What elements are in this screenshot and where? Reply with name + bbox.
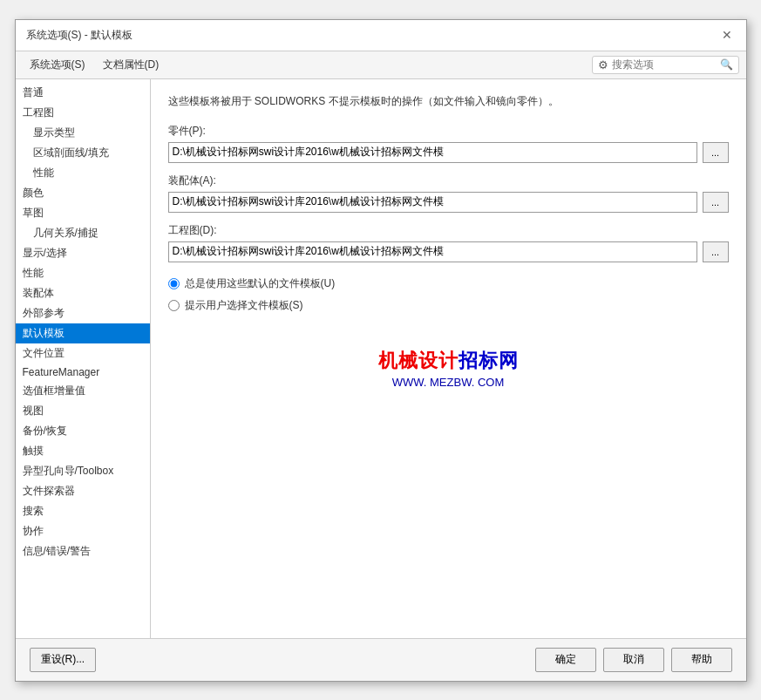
sidebar-item-选值框增量值[interactable]: 选值框增量值: [16, 381, 150, 401]
watermark-part2: 招标网: [459, 350, 519, 371]
radio-always-use-input[interactable]: [168, 278, 180, 289]
reset-button[interactable]: 重设(R)...: [30, 648, 97, 672]
cancel-button[interactable]: 取消: [603, 648, 664, 672]
close-button[interactable]: ✕: [718, 26, 736, 44]
sidebar-item-搜索[interactable]: 搜索: [16, 501, 150, 521]
sidebar-item-普通[interactable]: 普通: [16, 83, 150, 103]
assembly-label: 装配体(A):: [168, 173, 729, 188]
sidebar-item-文件位置[interactable]: 文件位置: [16, 343, 150, 364]
main-dialog: 系统选项(S) - 默认模板 ✕ 系统选项(S) 文档属性(D) ⚙ 🔍 普通工…: [15, 19, 747, 682]
radio-prompt-user[interactable]: 提示用户选择文件模板(S): [168, 298, 729, 313]
title-bar: 系统选项(S) - 默认模板 ✕: [16, 20, 746, 51]
dialog-title: 系统选项(S) - 默认模板: [26, 28, 133, 43]
assembly-field-row: D:\机械设计招标网swi设计库2016\w机械设计招标网文件模 ...: [168, 192, 729, 213]
sidebar-item-外部参考[interactable]: 外部参考: [16, 303, 150, 323]
drawing-field-row: D:\机械设计招标网swi设计库2016\w机械设计招标网文件模 ...: [168, 241, 729, 262]
sidebar-item-工程图[interactable]: 工程图: [16, 103, 150, 123]
part-field-group: 零件(P): D:\机械设计招标网swi设计库2016\w机械设计招标网文件模 …: [168, 124, 729, 163]
sidebar-item-性能[interactable]: 性能: [16, 163, 150, 183]
radio-prompt-user-input[interactable]: [168, 300, 180, 311]
search-icon: 🔍: [720, 58, 733, 71]
sidebar-item-性能[interactable]: 性能: [16, 263, 150, 283]
menu-system-options[interactable]: 系统选项(S): [23, 55, 92, 75]
drawing-browse-button[interactable]: ...: [703, 241, 729, 262]
radio-always-use-label: 总是使用这些默认的文件模板(U): [185, 276, 336, 291]
sidebar-item-显示类型[interactable]: 显示类型: [16, 123, 150, 143]
sidebar-item-FeatureManager[interactable]: FeatureManager: [16, 364, 150, 381]
part-label: 零件(P):: [168, 124, 729, 139]
ok-button[interactable]: 确定: [535, 648, 596, 672]
sidebar-item-触摸[interactable]: 触摸: [16, 441, 150, 461]
radio-group: 总是使用这些默认的文件模板(U) 提示用户选择文件模板(S): [168, 276, 729, 313]
main-panel: 这些模板将被用于 SOLIDWORKS 不提示模板时的操作（如文件输入和镜向零件…: [151, 79, 746, 638]
part-browse-button[interactable]: ...: [703, 142, 729, 163]
description: 这些模板将被用于 SOLIDWORKS 不提示模板时的操作（如文件输入和镜向零件…: [168, 93, 729, 110]
drawing-field-group: 工程图(D): D:\机械设计招标网swi设计库2016\w机械设计招标网文件模…: [168, 223, 729, 262]
part-input[interactable]: D:\机械设计招标网swi设计库2016\w机械设计招标网文件模: [168, 142, 697, 163]
sidebar-item-协作[interactable]: 协作: [16, 521, 150, 541]
gear-icon: ⚙: [598, 58, 608, 71]
footer-right: 确定 取消 帮助: [535, 648, 732, 672]
sidebar-item-异型孔向导/Toolbox[interactable]: 异型孔向导/Toolbox: [16, 461, 150, 481]
sidebar-item-文件探索器[interactable]: 文件探索器: [16, 481, 150, 501]
help-button[interactable]: 帮助: [671, 648, 732, 672]
assembly-browse-button[interactable]: ...: [703, 192, 729, 213]
sidebar-item-显示/选择[interactable]: 显示/选择: [16, 243, 150, 263]
watermark-part1: 机械设计: [378, 350, 459, 371]
part-field-row: D:\机械设计招标网swi设计库2016\w机械设计招标网文件模 ...: [168, 142, 729, 163]
sidebar-item-几何关系/捕捉[interactable]: 几何关系/捕捉: [16, 223, 150, 243]
menu-bar: 系统选项(S) 文档属性(D) ⚙ 🔍: [16, 51, 746, 79]
menu-doc-properties[interactable]: 文档属性(D): [96, 55, 166, 75]
sidebar: 普通工程图显示类型区域剖面线/填充性能颜色草图几何关系/捕捉显示/选择性能装配体…: [16, 79, 151, 638]
content-area: 普通工程图显示类型区域剖面线/填充性能颜色草图几何关系/捕捉显示/选择性能装配体…: [16, 79, 746, 638]
drawing-label: 工程图(D):: [168, 223, 729, 238]
footer: 重设(R)... 确定 取消 帮助: [16, 638, 746, 681]
sidebar-item-颜色[interactable]: 颜色: [16, 183, 150, 203]
search-input[interactable]: [612, 58, 717, 71]
sidebar-item-装配体[interactable]: 装配体: [16, 283, 150, 303]
watermark: 机械设计招标网 WWW. MEZBW. COM: [168, 348, 729, 389]
watermark-line1: 机械设计招标网: [168, 348, 729, 374]
drawing-input[interactable]: D:\机械设计招标网swi设计库2016\w机械设计招标网文件模: [168, 241, 697, 262]
sidebar-item-信息/错误/警告[interactable]: 信息/错误/警告: [16, 541, 150, 561]
sidebar-item-草图[interactable]: 草图: [16, 203, 150, 223]
sidebar-item-默认模板[interactable]: 默认模板: [16, 323, 150, 343]
radio-always-use[interactable]: 总是使用这些默认的文件模板(U): [168, 276, 729, 291]
footer-left: 重设(R)...: [30, 648, 97, 672]
watermark-line2: WWW. MEZBW. COM: [168, 376, 729, 389]
assembly-field-group: 装配体(A): D:\机械设计招标网swi设计库2016\w机械设计招标网文件模…: [168, 173, 729, 213]
assembly-input[interactable]: D:\机械设计招标网swi设计库2016\w机械设计招标网文件模: [168, 192, 697, 213]
menu-items: 系统选项(S) 文档属性(D): [23, 55, 166, 75]
search-box: ⚙ 🔍: [592, 56, 739, 74]
radio-prompt-user-label: 提示用户选择文件模板(S): [185, 298, 303, 313]
sidebar-item-视图[interactable]: 视图: [16, 401, 150, 421]
sidebar-item-区域剖面线/填充[interactable]: 区域剖面线/填充: [16, 143, 150, 163]
sidebar-item-备份/恢复[interactable]: 备份/恢复: [16, 421, 150, 441]
